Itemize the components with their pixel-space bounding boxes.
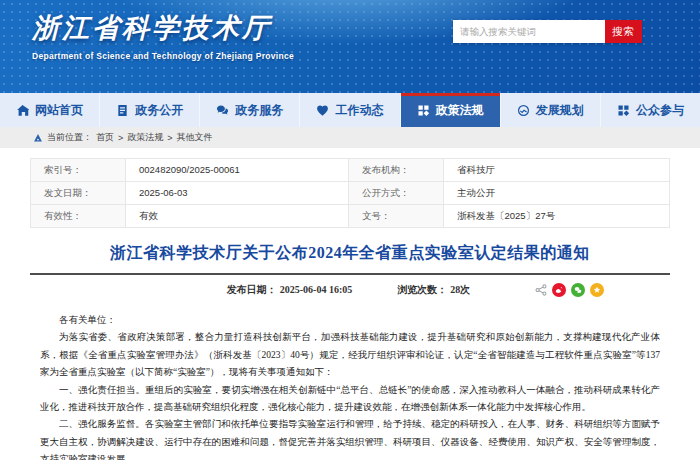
breadcrumb-label: 当前位置： [47,131,92,144]
page-title: 浙江省科学技术厅关于公布2024年全省重点实验室认定结果的通知 [40,243,660,264]
meta-label-doc-number: 文号： [349,205,444,227]
meta-value-openness: 主动公开 [444,182,669,204]
paragraph-item-2: 二、强化服务监督。各实验室主管部门和依托单位要指导实验室运行和管理，给予持续、稳… [40,416,660,460]
seal-icon [417,104,430,117]
chat-icon [216,104,229,117]
nav-item-participation[interactable]: 公众参与 [601,93,700,127]
search-button[interactable]: 搜索 [605,20,642,43]
main-nav: 网站首页 政务公开 政务服务 工作动态 政策法规 发展规划 公众参与 [0,93,700,127]
nav-item-planning[interactable]: 发展规划 [501,93,601,127]
view-count: 浏览次数：28次 [397,283,473,297]
location-icon [33,133,43,143]
meta-label-openness: 公开方式： [349,182,444,204]
paragraph-item-1: 一、强化责任担当。重组后的实验室，要切实增强在相关创新链中“总平台、总链长”的使… [40,382,660,417]
site-brand: 浙江省科学技术厅 Department of Science and Techn… [32,10,294,61]
meta-value-validity: 有效 [126,205,349,227]
breadcrumb-separator: > [167,133,172,143]
search-input[interactable] [453,20,605,43]
meta-value-index: 002482090/2025-00061 [126,159,349,181]
site-title: 浙江省科学技术厅 [32,10,294,46]
meta-row: 发文日期： 2025-06-03 公开方式： 主动公开 [31,182,669,205]
nav-item-info-disclosure[interactable]: 政务公开 [100,93,200,127]
meta-value-doc-number: 浙科发基〔2025〕27号 [444,205,669,227]
paragraph-intro: 为落实省委、省政府决策部署，整合力量打造科技创新平台，加强科技基础能力建设，提升… [40,329,660,381]
qzone-share-icon[interactable] [590,283,604,297]
meta-value-issue-date: 2025-06-03 [126,182,349,204]
nav-item-policies[interactable]: 政策法规 [401,93,501,127]
home-icon [16,104,29,117]
document-meta-table: 索引号： 002482090/2025-00061 发布机构： 省科技厅 发文日… [30,158,670,228]
meta-label-issue-date: 发文日期： [31,182,126,204]
meta-label-validity: 有效性： [31,205,126,227]
meta-value-agency: 省科技厅 [444,159,669,181]
nav-item-news[interactable]: 工作动态 [300,93,400,127]
site-header: 浙江省科学技术厅 Department of Science and Techn… [0,0,700,93]
meta-label-agency: 发布机构： [349,159,444,181]
heart-icon [316,104,329,117]
meta-row: 索引号： 002482090/2025-00061 发布机构： 省科技厅 [31,159,669,182]
site-search: 搜索 [453,20,642,43]
document-info-row: 发布日期：2025-06-04 16:05 浏览次数：28次 [0,275,700,305]
nav-item-home[interactable]: 网站首页 [0,93,100,127]
nav-item-services[interactable]: 政务服务 [200,93,300,127]
breadcrumb-policies[interactable]: 政策法规 [127,131,163,144]
wechat-share-icon[interactable] [571,283,585,297]
publish-date: 发布日期：2025-06-04 16:05 [227,283,356,297]
paragraph-salutation: 各有关单位： [40,312,660,329]
breadcrumb-separator: > [118,133,123,143]
document-body: 各有关单位： 为落实省委、省政府决策部署，整合力量打造科技创新平台，加强科技基础… [40,312,660,460]
meta-row: 有效性： 有效 文号： 浙科发基〔2025〕27号 [31,205,669,227]
participation-icon [617,104,630,117]
breadcrumb-other-docs[interactable]: 其他文件 [177,131,213,144]
share-icon[interactable] [535,284,547,296]
meta-label-index: 索引号： [31,159,126,181]
breadcrumb-home[interactable]: 首页 [96,131,114,144]
document-icon [116,104,129,117]
site-title-english: Department of Science and Technology of … [32,51,294,61]
weibo-share-icon[interactable] [552,283,566,297]
breadcrumb: 当前位置： 首页 > 政策法规 > 其他文件 [0,127,700,148]
handshake-icon [517,104,530,117]
share-bar [535,283,604,297]
